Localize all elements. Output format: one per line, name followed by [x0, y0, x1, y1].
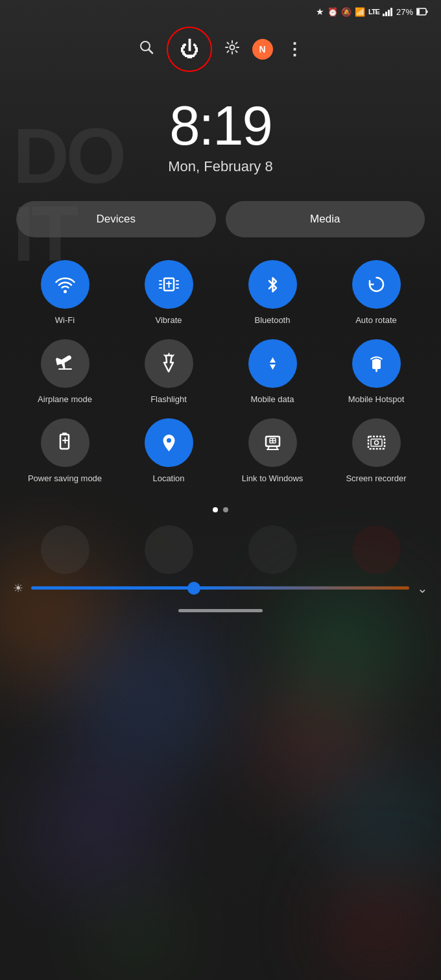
status-bar: ★ ⏰ 🔕 📶 LTE 27%	[0, 0, 441, 20]
link-windows-tile-label: Link to Windows	[242, 473, 304, 484]
bluetooth-tile-label: Bluetooth	[255, 315, 291, 326]
vibrate-tile-label: Vibrate	[156, 315, 182, 326]
lte-status-icon: LTE	[368, 8, 379, 16]
page-dots	[0, 491, 441, 522]
svg-point-9	[230, 45, 234, 50]
svg-rect-3	[390, 8, 392, 16]
tile-hotspot[interactable]: Mobile Hotspot	[324, 339, 428, 405]
screen-recorder-tile-label: Screen recorder	[346, 473, 406, 484]
mobile-data-tile-icon	[248, 339, 297, 388]
more-options-button[interactable]: ⋮	[286, 40, 302, 60]
location-tile-label: Location	[152, 473, 184, 484]
svg-rect-38	[371, 439, 382, 446]
power-icon: ⏻	[180, 38, 199, 60]
brightness-row: ☀ ⌄	[0, 577, 441, 603]
tile-flashlight[interactable]: Flashlight	[117, 339, 220, 405]
battery-icon	[416, 8, 428, 16]
mobile-data-tile-label: Mobile data	[250, 394, 294, 405]
svg-point-29	[167, 438, 171, 442]
device-media-row: Devices Media	[0, 188, 441, 254]
screen-recorder-tile-icon	[352, 418, 401, 467]
svg-point-39	[374, 440, 378, 444]
tile-bluetooth[interactable]: Bluetooth	[220, 260, 324, 326]
auto-rotate-tile-icon	[352, 260, 401, 309]
vibrate-tile-icon	[145, 260, 193, 309]
brightness-slider[interactable]	[31, 586, 409, 590]
power-saving-tile-icon	[41, 418, 89, 467]
home-indicator	[0, 603, 441, 615]
tile-wifi[interactable]: Wi-Fi	[13, 260, 117, 326]
svg-rect-22	[372, 360, 381, 369]
signal-icon	[383, 7, 393, 16]
tile-screen-recorder[interactable]: Screen recorder	[324, 418, 428, 484]
svg-rect-5	[417, 9, 420, 14]
tile-location[interactable]: Location	[117, 418, 220, 484]
search-button[interactable]	[139, 40, 154, 58]
hotspot-tile-label: Mobile Hotspot	[348, 394, 405, 405]
link-windows-tile-icon	[248, 418, 297, 467]
alarm-status-icon: ⏰	[328, 7, 338, 17]
brightness-icon: ☀	[13, 581, 23, 595]
airplane-tile-label: Airplane mode	[38, 394, 92, 405]
svg-rect-24	[375, 369, 377, 371]
svg-rect-6	[427, 10, 428, 13]
svg-line-20	[164, 355, 165, 357]
hotspot-tile-icon	[352, 339, 401, 388]
silent-status-icon: 🔕	[341, 7, 352, 17]
notification-badge[interactable]: N	[252, 39, 273, 60]
airplane-tile-icon	[41, 339, 89, 388]
auto-rotate-tile-label: Auto rotate	[355, 315, 397, 326]
tile-link-windows[interactable]: Link to Windows	[220, 418, 324, 484]
media-button[interactable]: Media	[226, 201, 425, 237]
svg-rect-1	[385, 12, 387, 16]
devices-button[interactable]: Devices	[16, 201, 216, 237]
power-circle-indicator: ⏻	[167, 27, 212, 72]
brightness-expand-button[interactable]: ⌄	[417, 580, 428, 596]
status-icons: ★ ⏰ 🔕 📶 LTE 27%	[316, 6, 428, 17]
power-saving-tile-label: Power saving mode	[28, 473, 102, 484]
quick-tiles-grid: Wi-Fi Vibrate	[0, 254, 441, 491]
location-tile-icon	[145, 418, 193, 467]
svg-rect-2	[388, 10, 390, 16]
flashlight-tile-icon	[145, 339, 193, 388]
flashlight-tile-label: Flashlight	[150, 394, 187, 405]
bluetooth-status-icon: ★	[316, 6, 324, 17]
svg-rect-26	[62, 433, 67, 435]
notification-badge-label: N	[259, 44, 265, 54]
svg-line-8	[149, 50, 152, 54]
clock-date: Mon, February 8	[13, 158, 428, 175]
tile-airplane[interactable]: Airplane mode	[13, 339, 117, 405]
clock-section: 8:19 Mon, February 8	[0, 78, 441, 188]
svg-rect-0	[383, 14, 385, 16]
tile-vibrate[interactable]: Vibrate	[117, 260, 220, 326]
tile-mobile-data[interactable]: Mobile data	[220, 339, 324, 405]
page-dot-2	[223, 507, 228, 512]
clock-time: 8:19	[13, 98, 428, 153]
tile-auto-rotate[interactable]: Auto rotate	[324, 260, 428, 326]
bluetooth-tile-icon	[248, 260, 297, 309]
wifi-tile-label: Wi-Fi	[55, 315, 75, 326]
page-dot-1	[213, 507, 218, 512]
wifi-calling-status-icon: 📶	[355, 7, 365, 17]
settings-button[interactable]	[225, 40, 239, 58]
tile-power-saving[interactable]: Power saving mode	[13, 418, 117, 484]
svg-line-21	[173, 355, 174, 357]
brightness-thumb	[187, 582, 200, 595]
power-button-wrapper[interactable]: ⏻	[167, 27, 212, 72]
quick-controls-row: ⏻ N ⋮	[0, 20, 441, 78]
wifi-tile-icon	[41, 260, 89, 309]
battery-percent: 27%	[396, 7, 413, 17]
home-bar	[178, 609, 263, 612]
